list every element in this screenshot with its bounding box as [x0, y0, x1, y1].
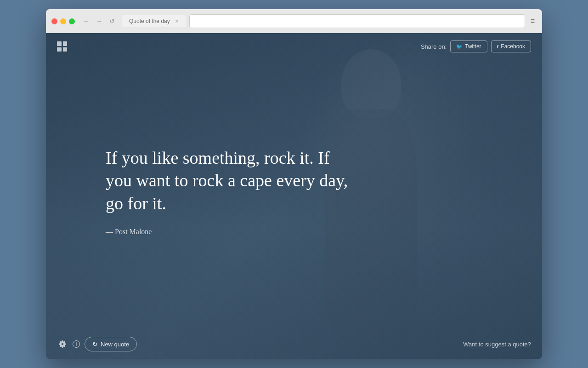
content-topbar: Share on: 🐦 Twitter f Facebook: [46, 33, 542, 60]
reload-button[interactable]: ↺: [107, 16, 117, 26]
maximize-button[interactable]: [69, 18, 75, 24]
facebook-label: Facebook: [501, 43, 525, 50]
suggest-label: Want to suggest a quote?: [463, 341, 531, 348]
twitter-label: Twitter: [465, 43, 481, 50]
traffic-lights: [51, 18, 75, 24]
twitter-icon: 🐦: [456, 44, 463, 50]
hamburger-menu[interactable]: ≡: [529, 15, 537, 27]
twitter-share-button[interactable]: 🐦 Twitter: [450, 40, 487, 52]
grid-cell-4: [63, 47, 68, 52]
close-button[interactable]: [51, 18, 57, 24]
share-label: Share on:: [421, 43, 447, 50]
bottom-left-controls: i ↻ New quote: [57, 337, 137, 351]
grid-cell-3: [57, 47, 62, 52]
grid-cell-2: [63, 41, 68, 46]
browser-nav: ← → ↺: [81, 16, 117, 26]
minimize-button[interactable]: [60, 18, 66, 24]
new-quote-button[interactable]: ↻ New quote: [85, 337, 137, 351]
quote-author: — Post Malone: [106, 228, 358, 236]
new-quote-refresh-icon: ↻: [92, 340, 98, 348]
info-icon[interactable]: i: [73, 340, 80, 348]
back-button[interactable]: ←: [81, 16, 91, 26]
browser-tab[interactable]: Quote of the day ✕: [122, 15, 186, 27]
settings-icon[interactable]: [57, 339, 68, 350]
share-section: Share on: 🐦 Twitter f Facebook: [421, 40, 531, 52]
forward-button[interactable]: →: [94, 16, 104, 26]
tab-label: Quote of the day: [129, 18, 170, 24]
content-area: Share on: 🐦 Twitter f Facebook If you li…: [46, 33, 542, 359]
browser-chrome: ← → ↺ Quote of the day ✕ ≡: [46, 9, 542, 33]
address-bar[interactable]: [189, 14, 525, 28]
browser-window: ← → ↺ Quote of the day ✕ ≡: [46, 9, 542, 359]
new-quote-label: New quote: [101, 341, 129, 348]
grid-cell-1: [57, 41, 62, 46]
facebook-icon: f: [497, 44, 499, 49]
grid-menu-icon[interactable]: [57, 41, 67, 52]
quote-text: If you like something, rock it. If you w…: [106, 147, 358, 215]
suggest-quote-link[interactable]: Want to suggest a quote?: [463, 340, 531, 348]
quote-section: If you like something, rock it. If you w…: [46, 147, 358, 236]
tab-close-button[interactable]: ✕: [175, 19, 179, 24]
facebook-share-button[interactable]: f Facebook: [491, 40, 531, 52]
content-bottombar: i ↻ New quote Want to suggest a quote?: [46, 329, 542, 359]
